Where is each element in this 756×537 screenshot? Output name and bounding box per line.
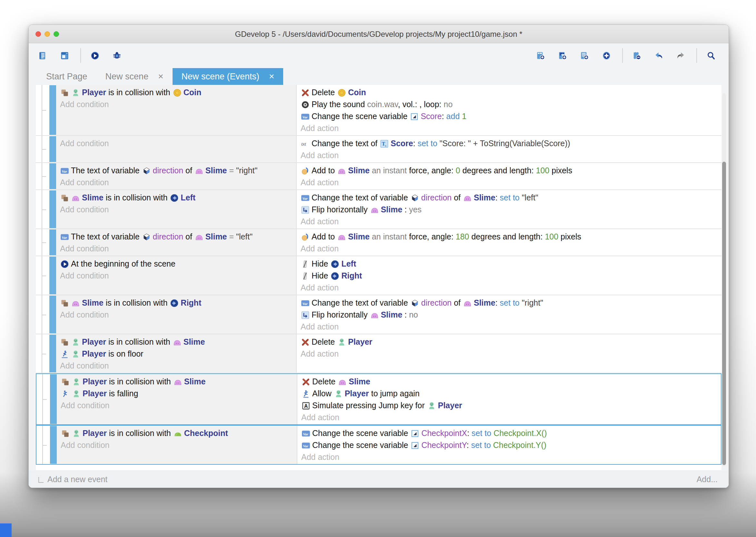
- add-more-button[interactable]: Add...: [697, 475, 718, 484]
- debug-button[interactable]: [109, 47, 127, 64]
- event-handle-bar[interactable]: [49, 229, 56, 255]
- condition-line[interactable]: Player is in collision with Coin: [60, 87, 296, 99]
- add-condition-button[interactable]: Add condition: [60, 138, 296, 149]
- tab-new-scene[interactable]: New scene×: [96, 68, 172, 85]
- add-new-event-button[interactable]: Add a new event: [38, 475, 107, 484]
- text-part: Player: [83, 429, 107, 437]
- add-condition-button[interactable]: Add condition: [60, 204, 296, 216]
- action-line[interactable]: Allow Player to jump again: [301, 388, 721, 399]
- event-handle-bar[interactable]: [49, 296, 56, 333]
- action-line[interactable]: Flip horizontally Slime : no: [301, 309, 722, 321]
- slime-icon: [463, 299, 472, 308]
- add-sub-event-button[interactable]: [554, 47, 573, 64]
- condition-line[interactable]: Player is in collision with Slime: [61, 376, 297, 388]
- undo-button[interactable]: [651, 47, 668, 64]
- event-row[interactable]: At the beginning of the sceneAdd conditi…: [36, 256, 722, 295]
- coin-icon: [173, 88, 182, 97]
- event-handle-bar[interactable]: [49, 136, 56, 162]
- add-action-button[interactable]: Add action: [301, 451, 721, 463]
- action-line[interactable]: Delete Slime: [301, 376, 721, 388]
- add-action-button[interactable]: Add action: [301, 149, 722, 161]
- slime-icon: [370, 206, 379, 214]
- action-line[interactable]: Play the sound coin.wav, vol.: , loop: n…: [301, 99, 722, 110]
- event-handle-bar[interactable]: [50, 374, 57, 424]
- flip-icon: [301, 206, 310, 214]
- add-comment-button[interactable]: [576, 47, 594, 64]
- close-tab-icon[interactable]: ×: [269, 71, 274, 82]
- play-button[interactable]: [87, 47, 105, 64]
- event-row[interactable]: Player is in collision with SlimePlayer …: [36, 373, 722, 425]
- condition-line[interactable]: Player is in collision with Slime: [60, 336, 296, 348]
- tab-start-page[interactable]: Start Page: [37, 68, 96, 85]
- add-action-button[interactable]: Add action: [301, 177, 722, 188]
- add-new-icon: [602, 51, 611, 60]
- action-line[interactable]: Hide Right: [301, 270, 722, 282]
- action-line[interactable]: Hide Left: [301, 258, 722, 270]
- event-row[interactable]: VarThe text of variable direction of Sli…: [36, 229, 722, 256]
- add-condition-button[interactable]: Add condition: [60, 243, 296, 255]
- condition-line[interactable]: Slime is in collision with Left: [60, 192, 296, 204]
- action-line[interactable]: Flip horizontally Slime : yes: [301, 204, 722, 216]
- add-action-button[interactable]: Add action: [301, 122, 722, 134]
- event-row[interactable]: Player is in collision with CheckpointAd…: [36, 425, 722, 465]
- condition-line[interactable]: Player is on floor: [60, 348, 296, 360]
- action-line[interactable]: Delete Coin: [301, 87, 722, 99]
- text-part: Player: [83, 377, 107, 386]
- action-line[interactable]: Add to Slime an instant force, angle: 0 …: [301, 165, 722, 177]
- event-row[interactable]: Player is in collision with SlimePlayer …: [36, 334, 722, 373]
- event-handle-bar[interactable]: [50, 426, 57, 464]
- action-line[interactable]: VarChange the text of variable direction…: [301, 297, 722, 309]
- tab-new-scene-events-[interactable]: New scene (Events)×: [172, 68, 284, 85]
- action-line[interactable]: VarChange the text of variable direction…: [301, 192, 722, 204]
- add-condition-button[interactable]: Add condition: [61, 399, 297, 411]
- event-row[interactable]: Add conditiontxtChange the text of TxSco…: [36, 136, 722, 163]
- event-row[interactable]: Slime is in collision with RightAdd cond…: [36, 295, 722, 334]
- debug-icon: [113, 51, 121, 60]
- add-action-button[interactable]: Add action: [301, 411, 721, 423]
- condition-line[interactable]: Player is falling: [61, 388, 297, 399]
- condition-line[interactable]: At the beginning of the scene: [60, 258, 296, 270]
- text-part: :: [402, 205, 409, 214]
- add-condition-button[interactable]: Add condition: [61, 439, 297, 451]
- add-event-button[interactable]: [533, 47, 550, 64]
- event-handle-bar[interactable]: [49, 190, 56, 228]
- event-handle-bar[interactable]: [49, 163, 56, 189]
- add-action-button[interactable]: Add action: [301, 243, 722, 255]
- action-line[interactable]: Delete Player: [301, 336, 722, 348]
- hide-icon: [301, 272, 310, 280]
- condition-line[interactable]: Slime is in collision with Right: [60, 297, 296, 309]
- add-new-button[interactable]: [598, 47, 616, 64]
- add-action-button[interactable]: Add action: [301, 348, 722, 360]
- action-line[interactable]: ASimulate pressing Jump key for Player: [301, 399, 721, 411]
- condition-line[interactable]: VarThe text of variable direction of Sli…: [60, 231, 296, 243]
- add-condition-button[interactable]: Add condition: [60, 270, 296, 282]
- close-tab-icon[interactable]: ×: [158, 71, 163, 82]
- action-line[interactable]: VarChange the scene variable CheckpointY…: [301, 439, 721, 451]
- event-row[interactable]: VarThe text of variable direction of Sli…: [36, 163, 722, 190]
- action-line[interactable]: txtChange the text of TxScore: set to "S…: [301, 138, 722, 149]
- add-condition-button[interactable]: Add condition: [60, 99, 296, 110]
- add-condition-button[interactable]: Add condition: [60, 309, 296, 321]
- event-handle-bar[interactable]: [49, 335, 56, 372]
- event-row[interactable]: Slime is in collision with LeftAdd condi…: [36, 190, 722, 229]
- scrollbar-thumb[interactable]: [722, 162, 726, 465]
- condition-line[interactable]: VarThe text of variable direction of Sli…: [60, 165, 296, 177]
- scene-editor-button[interactable]: [57, 47, 74, 64]
- action-line[interactable]: VarChange the scene variable CheckpointX…: [301, 427, 721, 439]
- remove-event-button[interactable]: [628, 47, 647, 64]
- project-manager-button[interactable]: [34, 47, 53, 64]
- search-button[interactable]: [703, 47, 721, 64]
- action-line[interactable]: VarChange the scene variable Score: add …: [301, 110, 722, 122]
- event-handle-bar[interactable]: [49, 257, 56, 294]
- add-condition-button[interactable]: Add condition: [60, 360, 296, 372]
- add-action-button[interactable]: Add action: [301, 282, 722, 294]
- action-line[interactable]: Add to Slime an instant force, angle: 18…: [301, 231, 722, 243]
- add-action-button[interactable]: Add action: [301, 321, 722, 333]
- text-part: CheckpointX: [421, 429, 467, 437]
- add-condition-button[interactable]: Add condition: [60, 177, 296, 188]
- condition-line[interactable]: Player is in collision with Checkpoint: [61, 427, 297, 439]
- event-handle-bar[interactable]: [49, 85, 56, 135]
- add-action-button[interactable]: Add action: [301, 216, 722, 227]
- event-row[interactable]: Player is in collision with CoinAdd cond…: [36, 85, 722, 136]
- redo-button[interactable]: [672, 47, 691, 64]
